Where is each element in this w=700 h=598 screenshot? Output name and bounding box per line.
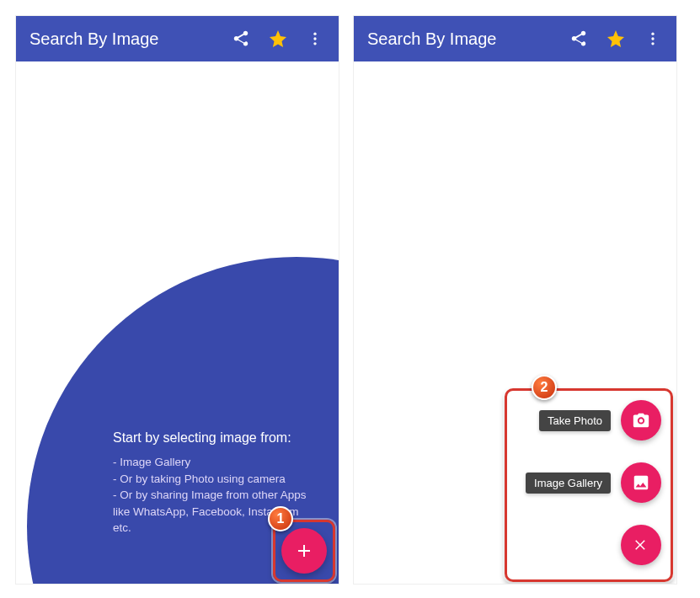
annotation-badge-2: 2: [532, 375, 557, 400]
overflow-menu-icon[interactable]: [636, 22, 670, 56]
share-icon[interactable]: [562, 22, 596, 56]
toolbar-actions: [224, 22, 332, 56]
screen-2: Search By Image Take Photo Image Gallery: [353, 15, 677, 585]
svg-point-5: [651, 42, 654, 45]
image-gallery-fab[interactable]: [621, 462, 661, 503]
app-title: Search By Image: [367, 29, 562, 49]
toolbar: Search By Image: [354, 16, 676, 61]
svg-point-0: [313, 33, 316, 35]
plus-icon: [294, 541, 314, 561]
hint-title: Start by selecting image from:: [113, 430, 315, 446]
content-area: Take Photo Image Gallery 2: [354, 61, 676, 585]
take-photo-fab[interactable]: [621, 400, 661, 440]
add-fab[interactable]: [281, 528, 327, 574]
screen-1: Search By Image Start by selecting image…: [15, 15, 339, 585]
svg-point-3: [651, 33, 654, 35]
toolbar-actions: [562, 22, 670, 56]
star-icon[interactable]: [261, 22, 295, 56]
share-icon[interactable]: [224, 22, 258, 56]
close-icon: [633, 537, 649, 553]
camera-icon: [632, 411, 650, 430]
star-icon[interactable]: [599, 22, 633, 56]
image-icon: [632, 473, 650, 492]
overflow-menu-icon[interactable]: [298, 22, 332, 56]
close-fab[interactable]: [621, 525, 661, 565]
image-gallery-label: Image Gallery: [526, 473, 611, 494]
content-area: Start by selecting image from: Image Gal…: [16, 61, 339, 585]
hint-item: Image Gallery: [113, 454, 315, 471]
app-title: Search By Image: [29, 29, 224, 49]
svg-point-1: [313, 37, 316, 40]
hint-item: Or by taking Photo using camera: [113, 471, 315, 488]
take-photo-label: Take Photo: [539, 410, 611, 431]
svg-point-4: [651, 37, 654, 40]
toolbar: Search By Image: [16, 16, 339, 61]
svg-point-2: [313, 42, 316, 45]
annotation-badge-1: 1: [268, 506, 293, 531]
